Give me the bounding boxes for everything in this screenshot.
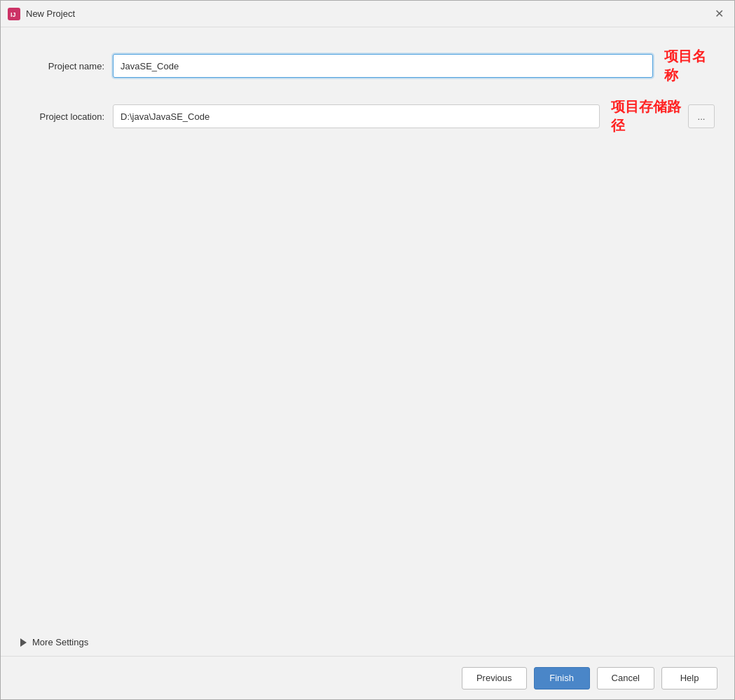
previous-button[interactable]: Previous: [462, 667, 527, 689]
title-bar: IJ New Project ✕: [1, 1, 734, 27]
help-button[interactable]: Help: [661, 667, 717, 689]
cancel-button[interactable]: Cancel: [597, 667, 654, 689]
new-project-dialog: IJ New Project ✕ Project name: 项目名称 Proj…: [0, 0, 735, 700]
svg-text:IJ: IJ: [11, 11, 16, 18]
project-location-label: Project location:: [20, 111, 104, 122]
app-icon: IJ: [8, 8, 20, 20]
project-name-input[interactable]: [113, 54, 653, 78]
footer: Previous Finish Cancel Help: [1, 656, 734, 699]
project-location-annotation: 项目存储路径: [611, 97, 682, 135]
close-button[interactable]: ✕: [712, 7, 726, 21]
more-settings-label: More Settings: [32, 637, 88, 647]
project-location-row: Project location: 项目存储路径 ...: [20, 97, 715, 135]
project-name-annotation: 项目名称: [664, 47, 715, 85]
finish-button[interactable]: Finish: [534, 667, 590, 689]
content-area: Project name: 项目名称 Project location: 项目存…: [1, 27, 734, 338]
project-name-label: Project name:: [20, 61, 104, 71]
title-bar-left: IJ New Project: [8, 8, 75, 20]
project-location-input[interactable]: [113, 104, 600, 128]
project-name-row: Project name: 项目名称: [20, 47, 715, 85]
more-settings-section[interactable]: More Settings: [1, 629, 734, 656]
expand-icon: [20, 638, 27, 647]
browse-button[interactable]: ...: [688, 104, 715, 128]
dialog-title: New Project: [26, 8, 75, 19]
